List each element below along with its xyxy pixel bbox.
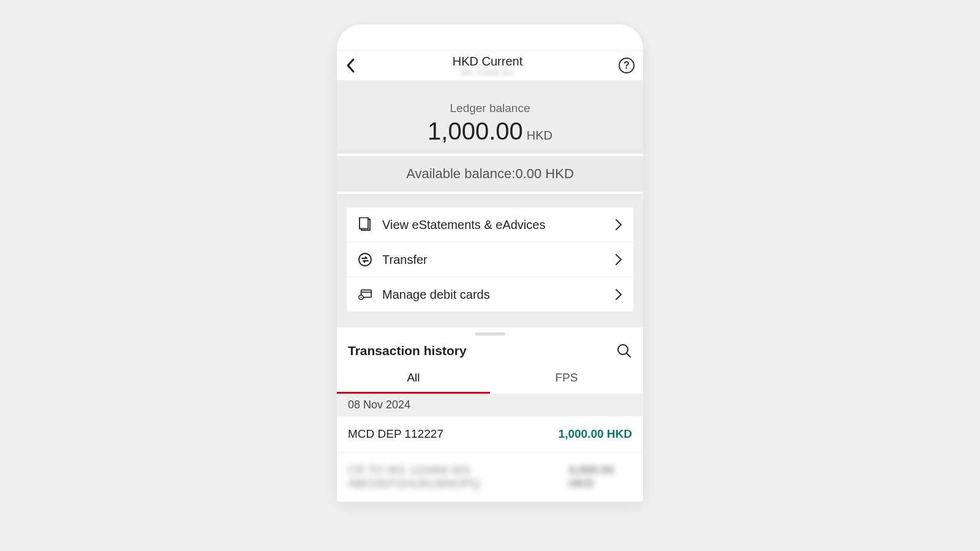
ledger-balance-currency: HKD [527, 129, 552, 143]
menu-item-label: Transfer [382, 253, 605, 267]
search-button[interactable] [616, 343, 632, 359]
back-button[interactable] [345, 58, 356, 73]
transaction-history-panel: Transaction history All FPS 08 Nov 2024 … [337, 328, 643, 502]
transaction-date-group: 08 Nov 2024 [337, 394, 643, 416]
history-header: Transaction history [337, 343, 643, 365]
ledger-balance-label: Ledger balance [337, 102, 643, 115]
ledger-balance-row: 1,000.00 HKD [337, 118, 643, 145]
history-tabs: All FPS [337, 365, 643, 394]
chevron-right-icon [615, 219, 622, 231]
menu-item-label: View eStatements & eAdvices [382, 218, 605, 232]
header-center: HKD Current 001 123456 001 [356, 54, 619, 77]
chevron-left-icon [345, 58, 356, 73]
transaction-amount-masked: 0,000.00 HKD [569, 463, 632, 490]
menu-item-label: Manage debit cards [382, 288, 605, 302]
chevron-right-icon [615, 253, 622, 266]
balance-section: Ledger balance 1,000.00 HKD Available ba… [337, 81, 643, 200]
available-balance-text: Available balance:0.00 HKD [406, 166, 574, 181]
document-icon [358, 217, 372, 232]
tab-all[interactable]: All [337, 365, 490, 394]
svg-rect-1 [360, 218, 368, 229]
svg-point-2 [359, 253, 371, 266]
menu-item-transfer[interactable]: Transfer [347, 242, 633, 277]
account-number-masked: 001 123456 001 [356, 69, 619, 77]
available-balance-currency: HKD [545, 166, 573, 181]
app-header: HKD Current 001 123456 001 ? [337, 50, 643, 81]
transaction-description: MCD DEP 112227 [348, 427, 443, 441]
search-icon [616, 343, 632, 359]
svg-point-6 [360, 297, 361, 298]
transfer-icon [358, 252, 372, 267]
help-button[interactable]: ? [619, 58, 635, 73]
drag-handle[interactable] [475, 332, 505, 335]
help-icon: ? [624, 60, 630, 71]
transaction-amount: 1,000.00 HKD [559, 427, 632, 441]
page-title: HKD Current [356, 54, 619, 69]
ledger-balance-amount: 1,000.00 [428, 118, 523, 145]
phone-notch-area [337, 24, 643, 50]
available-balance-callout: Available balance:0.00 HKD [337, 154, 643, 194]
transaction-row-masked[interactable]: CR TO 001 123456 001 ABCDEFGHIJKLMNOPQ 0… [337, 452, 643, 502]
transaction-row[interactable]: MCD DEP 112227 1,000.00 HKD [337, 416, 643, 452]
menu-item-estatements[interactable]: View eStatements & eAdvices [347, 208, 633, 242]
transaction-description-masked: CR TO 001 123456 001 ABCDEFGHIJKLMNOPQ [348, 463, 569, 490]
history-title: Transaction history [348, 343, 467, 358]
phone-frame: HKD Current 001 123456 001 ? Ledger bala… [337, 24, 643, 502]
tab-fps[interactable]: FPS [490, 365, 643, 394]
card-settings-icon [358, 287, 372, 302]
actions-menu: View eStatements & eAdvices Transfer [347, 208, 633, 312]
chevron-right-icon [615, 288, 622, 301]
menu-item-manage-cards[interactable]: Manage debit cards [347, 277, 633, 312]
available-balance-label: Available balance: [406, 166, 515, 181]
available-balance-amount: 0.00 [515, 166, 541, 181]
svg-line-8 [627, 353, 630, 357]
